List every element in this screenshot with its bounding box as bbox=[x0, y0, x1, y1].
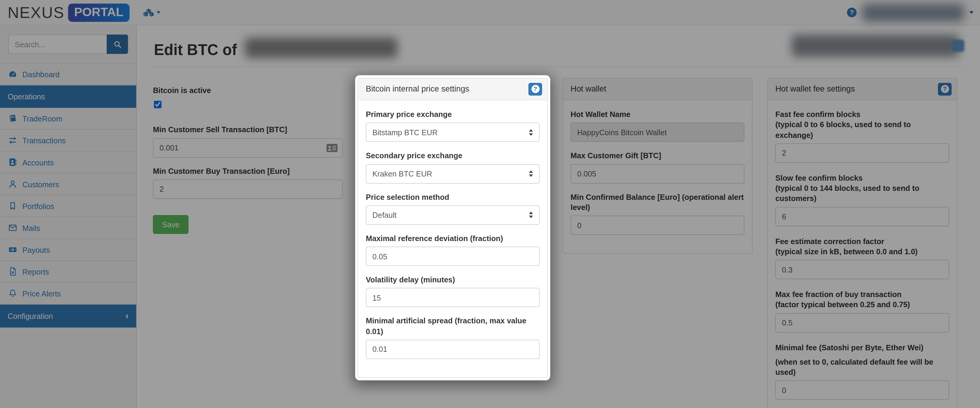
select-value: Default bbox=[372, 210, 396, 219]
price-method-select[interactable]: Default bbox=[366, 205, 539, 225]
select-arrows-icon bbox=[529, 171, 533, 177]
volatility-delay-input[interactable] bbox=[366, 288, 539, 308]
help-button[interactable]: ? bbox=[528, 83, 542, 96]
price-settings-panel: Bitcoin internal price settings ? Primar… bbox=[358, 78, 548, 378]
primary-exchange-select[interactable]: Bitstamp BTC EUR bbox=[366, 123, 539, 142]
primary-exchange-group: Primary price exchange Bitstamp BTC EUR bbox=[366, 110, 539, 142]
price-settings-panel-body: Primary price exchange Bitstamp BTC EUR … bbox=[358, 100, 547, 377]
secondary-exchange-select[interactable]: Kraken BTC EUR bbox=[366, 164, 539, 183]
select-value: Kraken BTC EUR bbox=[372, 169, 432, 178]
app-root: NEXUS PORTAL ? bbox=[0, 0, 980, 408]
price-settings-column: Bitcoin internal price settings ? Primar… bbox=[358, 78, 548, 378]
select-arrows-icon bbox=[529, 129, 533, 135]
field-label: Maximal reference deviation (fraction) bbox=[366, 233, 539, 244]
field-label: Minimal artificial spread (fraction, max… bbox=[366, 316, 539, 336]
panel-title: Bitcoin internal price settings bbox=[366, 84, 469, 94]
field-label: Primary price exchange bbox=[366, 110, 539, 120]
field-label: Secondary price exchange bbox=[366, 151, 539, 161]
volatility-delay-group: Volatility delay (minutes) bbox=[366, 274, 539, 307]
select-arrows-icon bbox=[529, 212, 533, 218]
field-label: Volatility delay (minutes) bbox=[366, 274, 539, 285]
min-spread-input[interactable] bbox=[366, 339, 539, 359]
max-deviation-group: Maximal reference deviation (fraction) bbox=[366, 233, 539, 266]
field-label: Price selection method bbox=[366, 192, 539, 202]
secondary-exchange-group: Secondary price exchange Kraken BTC EUR bbox=[366, 151, 539, 183]
price-method-group: Price selection method Default bbox=[366, 192, 539, 225]
question-circle-icon: ? bbox=[531, 85, 539, 93]
min-spread-group: Minimal artificial spread (fraction, max… bbox=[366, 316, 539, 359]
select-value: Bitstamp BTC EUR bbox=[372, 128, 438, 137]
max-deviation-input[interactable] bbox=[366, 247, 539, 266]
price-settings-panel-heading: Bitcoin internal price settings ? bbox=[358, 78, 547, 100]
